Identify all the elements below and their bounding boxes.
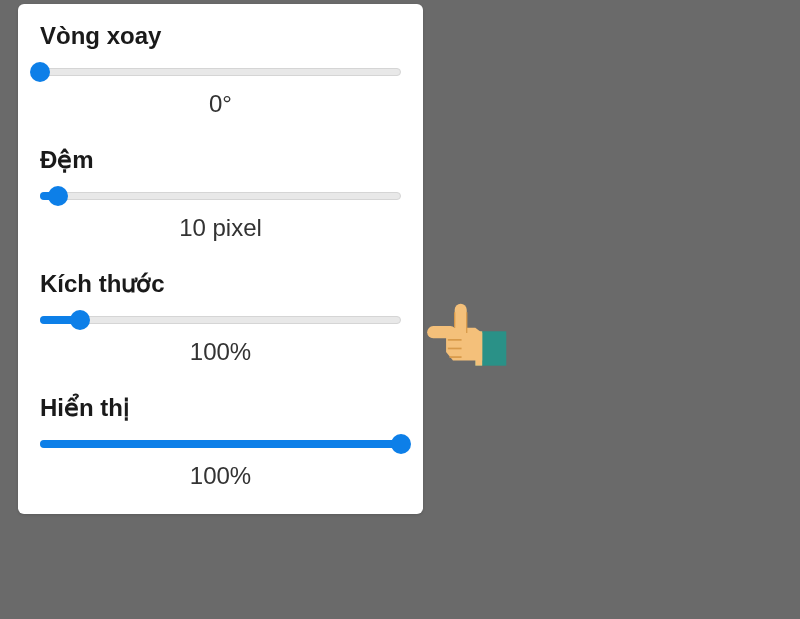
rotation-slider[interactable] [40, 62, 401, 82]
padding-slider-thumb[interactable] [48, 186, 68, 206]
settings-panel: Vòng xoay 0° Đệm 10 pixel Kích thước 100… [18, 4, 423, 514]
size-value: 100% [40, 338, 401, 366]
size-control-group: Kích thước 100% [40, 270, 401, 366]
size-slider-track [40, 316, 401, 324]
size-label: Kích thước [40, 270, 401, 298]
padding-slider[interactable] [40, 186, 401, 206]
opacity-control-group: Hiển thị 100% [40, 394, 401, 490]
size-slider-thumb[interactable] [70, 310, 90, 330]
pointing-hand-icon [422, 290, 508, 376]
rotation-slider-track [40, 68, 401, 76]
rotation-value: 0° [40, 90, 401, 118]
padding-slider-track [40, 192, 401, 200]
padding-control-group: Đệm 10 pixel [40, 146, 401, 242]
opacity-slider-thumb[interactable] [391, 434, 411, 454]
padding-label: Đệm [40, 146, 401, 174]
size-slider[interactable] [40, 310, 401, 330]
opacity-label: Hiển thị [40, 394, 401, 422]
opacity-slider-fill [40, 440, 401, 448]
svg-rect-2 [427, 326, 456, 338]
opacity-value: 100% [40, 462, 401, 490]
rotation-control-group: Vòng xoay 0° [40, 22, 401, 118]
padding-value: 10 pixel [40, 214, 401, 242]
svg-rect-3 [455, 304, 467, 333]
rotation-label: Vòng xoay [40, 22, 401, 50]
opacity-slider[interactable] [40, 434, 401, 454]
rotation-slider-thumb[interactable] [30, 62, 50, 82]
